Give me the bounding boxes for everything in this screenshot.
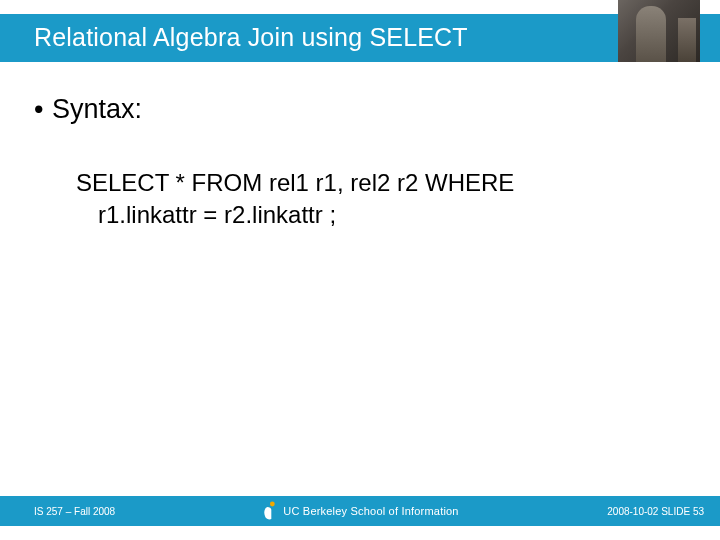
ischool-logo-icon: [261, 501, 277, 521]
footer-logo-text: UC Berkeley School of Information: [283, 505, 458, 517]
code-line-1: SELECT * FROM rel1 r1, rel2 r2 WHERE: [76, 167, 674, 199]
code-line-2: r1.linkattr = r2.linkattr ;: [76, 199, 674, 231]
slide: Relational Algebra Join using SELECT •Sy…: [0, 0, 720, 540]
bullet-syntax: •Syntax:: [34, 92, 674, 127]
footer-logo: UC Berkeley School of Information: [261, 501, 458, 521]
footer-right-text: 2008-10-02 SLIDE 53: [607, 506, 704, 517]
bullet-label: Syntax:: [52, 94, 142, 124]
slide-title: Relational Algebra Join using SELECT: [34, 23, 468, 52]
decorative-photo: [618, 0, 700, 62]
body: •Syntax: SELECT * FROM rel1 r1, rel2 r2 …: [34, 92, 674, 230]
title-bar: Relational Algebra Join using SELECT: [0, 14, 720, 62]
svg-point-0: [270, 502, 275, 507]
code-block: SELECT * FROM rel1 r1, rel2 r2 WHERE r1.…: [76, 167, 674, 230]
bullet-marker: •: [34, 92, 52, 127]
footer-left-text: IS 257 – Fall 2008: [34, 506, 115, 517]
footer: IS 257 – Fall 2008 UC Berkeley School of…: [0, 496, 720, 526]
